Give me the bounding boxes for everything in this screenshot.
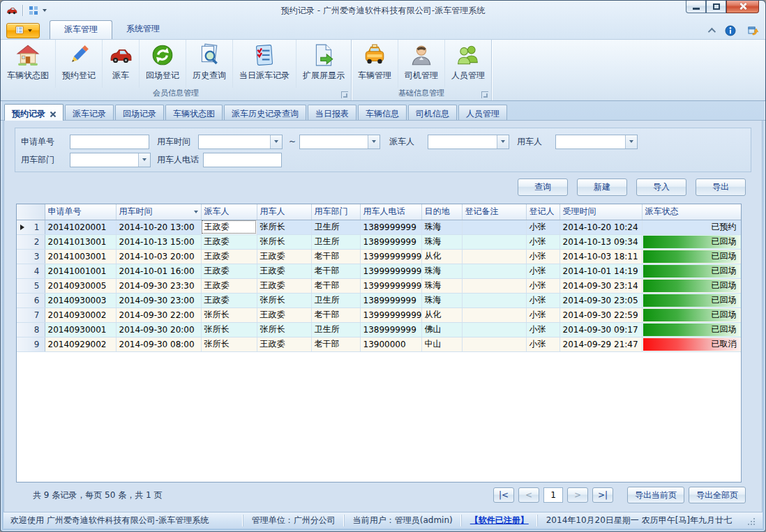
- column-header[interactable]: 用车部门: [311, 204, 360, 220]
- cell-registrar[interactable]: 小张: [526, 234, 560, 249]
- table-row[interactable]: 5201409300052014-09-30 23:30王政委王政委老干部139…: [17, 278, 741, 293]
- cell-department[interactable]: 老干部: [311, 249, 360, 264]
- column-header[interactable]: 用车人: [257, 204, 311, 220]
- cell-note[interactable]: [462, 278, 526, 293]
- cell-note[interactable]: [462, 337, 526, 351]
- user-combo[interactable]: [555, 135, 638, 149]
- cell-use-time[interactable]: 2014-09-30 23:00: [116, 293, 201, 307]
- maximize-button[interactable]: [706, 0, 726, 13]
- cell-destination[interactable]: 从化: [421, 249, 462, 264]
- cell-phone[interactable]: 1389999999: [360, 293, 421, 307]
- cell-user[interactable]: 张所长: [257, 220, 311, 234]
- cell-registrar[interactable]: 小张: [526, 264, 560, 278]
- cell-department[interactable]: 老干部: [311, 307, 360, 322]
- row-indicator[interactable]: 6: [17, 293, 45, 307]
- quick-access-dropdown-icon[interactable]: [43, 9, 47, 12]
- row-indicator[interactable]: 2: [17, 234, 45, 249]
- cell-dispatcher[interactable]: 王政委: [201, 249, 257, 264]
- cell-user[interactable]: 王政委: [257, 249, 311, 264]
- cell-phone[interactable]: 13999999999: [360, 249, 421, 264]
- use-time-from-combo[interactable]: [198, 135, 283, 149]
- ribbon-button[interactable]: 派车: [103, 40, 140, 88]
- export-button[interactable]: 导出: [696, 178, 746, 196]
- cell-accept-time[interactable]: 2014-09-30 23:14: [560, 278, 642, 293]
- cell-phone[interactable]: 1389999999: [360, 322, 421, 337]
- cell-order-no[interactable]: 20141003001: [45, 249, 116, 264]
- cell-order-no[interactable]: 20141020001: [45, 220, 116, 234]
- document-tab[interactable]: 司机信息: [408, 105, 457, 120]
- document-tab[interactable]: 派车历史记录查询: [224, 105, 306, 120]
- ribbon-button[interactable]: 扩展屏显示: [296, 40, 351, 88]
- row-indicator[interactable]: 7: [17, 307, 45, 322]
- ribbon-tab[interactable]: 系统管理: [112, 20, 174, 39]
- phone-input[interactable]: [203, 153, 282, 167]
- department-combo[interactable]: [70, 153, 151, 167]
- order-no-input[interactable]: [70, 135, 149, 149]
- cell-user[interactable]: 张所长: [257, 293, 311, 307]
- cell-destination[interactable]: 中山: [421, 337, 462, 351]
- cell-dispatch-status[interactable]: 已预约: [642, 220, 741, 234]
- table-row[interactable]: 3201410030012014-10-03 20:00王政委王政委老干部139…: [17, 249, 741, 264]
- row-indicator[interactable]: 9: [17, 337, 45, 351]
- document-tab[interactable]: 人员管理: [458, 105, 507, 120]
- cell-dispatch-status[interactable]: 已回场: [642, 264, 741, 278]
- export-current-page-button[interactable]: 导出当前页: [627, 487, 684, 503]
- cell-department[interactable]: 老干部: [311, 278, 360, 293]
- combo-dropdown-icon[interactable]: [368, 135, 380, 149]
- cell-destination[interactable]: 珠海: [421, 234, 462, 249]
- ribbon-button[interactable]: 车辆状态图: [1, 40, 56, 88]
- document-tab[interactable]: 派车记录: [65, 105, 114, 120]
- row-indicator[interactable]: 3: [17, 249, 45, 264]
- row-indicator[interactable]: 8: [17, 322, 45, 337]
- window-switch-icon[interactable]: [747, 25, 758, 36]
- cell-destination[interactable]: 珠海: [421, 293, 462, 307]
- cell-dispatcher[interactable]: 张所长: [201, 307, 257, 322]
- cell-destination[interactable]: 珠海: [421, 220, 462, 234]
- cell-registrar[interactable]: 小张: [526, 322, 560, 337]
- cell-department[interactable]: 卫生所: [311, 234, 360, 249]
- cell-user[interactable]: 王政委: [257, 278, 311, 293]
- cell-note[interactable]: [462, 234, 526, 249]
- cell-accept-time[interactable]: 2014-10-20 10:24: [560, 220, 642, 234]
- first-page-button[interactable]: |<: [493, 487, 514, 503]
- combo-dropdown-icon[interactable]: [270, 135, 282, 149]
- combo-dropdown-icon[interactable]: [497, 135, 509, 149]
- cell-phone[interactable]: 1389999999: [360, 234, 421, 249]
- ribbon-button[interactable]: 当日派车记录: [233, 40, 296, 88]
- cell-order-no[interactable]: 20140930005: [45, 278, 116, 293]
- page-number-input[interactable]: [543, 487, 563, 503]
- cell-phone[interactable]: 13999999999: [360, 278, 421, 293]
- cell-accept-time[interactable]: 2014-10-03 18:11: [560, 249, 642, 264]
- filter-arrow-icon[interactable]: [194, 211, 198, 213]
- cell-note[interactable]: [462, 322, 526, 337]
- cell-user[interactable]: 张所长: [257, 322, 311, 337]
- cell-user[interactable]: 王政委: [257, 307, 311, 322]
- table-row[interactable]: 6201409300032014-09-30 23:00王政委张所长卫生所138…: [17, 293, 741, 307]
- column-header[interactable]: 目的地: [421, 204, 462, 220]
- cell-order-no[interactable]: 20140930002: [45, 307, 116, 322]
- document-tab[interactable]: 预约记录: [4, 104, 63, 121]
- cell-accept-time[interactable]: 2014-09-29 21:47: [560, 337, 642, 351]
- table-row[interactable]: 8201409300012014-09-30 20:00张所长张所长卫生所138…: [17, 322, 741, 337]
- cell-registrar[interactable]: 小张: [526, 307, 560, 322]
- minimize-button[interactable]: [686, 0, 706, 13]
- row-indicator[interactable]: 4: [17, 264, 45, 278]
- cell-department[interactable]: 卫生所: [311, 220, 360, 234]
- table-row[interactable]: 2201410130012014-10-13 15:00王政委张所长卫生所138…: [17, 234, 741, 249]
- cell-note[interactable]: [462, 220, 526, 234]
- cell-use-time[interactable]: 2014-10-01 16:00: [116, 264, 201, 278]
- cell-dispatcher[interactable]: 张所长: [201, 337, 257, 351]
- cell-dispatcher[interactable]: 王政委: [201, 278, 257, 293]
- prev-page-button[interactable]: <: [518, 487, 539, 503]
- column-header[interactable]: 受理时间: [560, 204, 642, 220]
- cell-destination[interactable]: 佛山: [421, 322, 462, 337]
- create-button[interactable]: 新建: [577, 178, 627, 196]
- cell-dispatch-status[interactable]: 已回场: [642, 234, 741, 249]
- cell-use-time[interactable]: 2014-10-13 15:00: [116, 234, 201, 249]
- cell-department[interactable]: 卫生所: [311, 322, 360, 337]
- cell-accept-time[interactable]: 2014-09-30 09:17: [560, 322, 642, 337]
- last-page-button[interactable]: >|: [592, 487, 613, 503]
- dispatcher-combo[interactable]: [428, 135, 509, 149]
- combo-dropdown-icon[interactable]: [625, 135, 637, 149]
- cell-destination[interactable]: 从化: [421, 307, 462, 322]
